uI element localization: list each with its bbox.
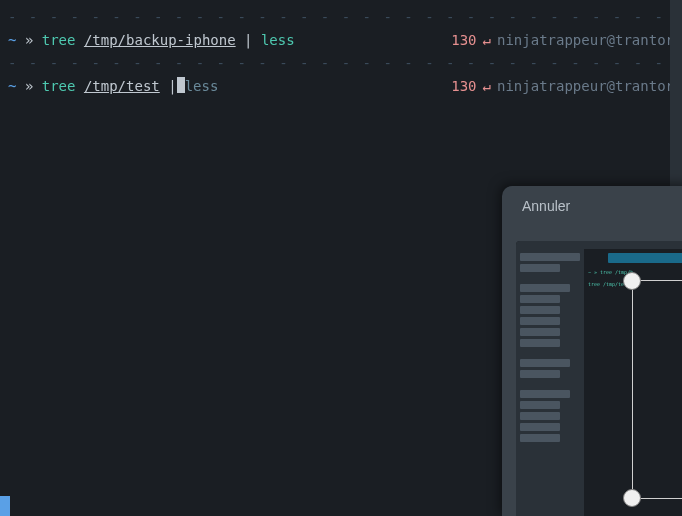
cursor [177, 77, 185, 93]
user-host: ninjatrappeur@trantor [497, 26, 674, 54]
command-tree: tree [42, 72, 76, 100]
mini-item [520, 390, 570, 398]
mini-item [520, 306, 560, 314]
mini-item [520, 350, 580, 356]
mini-item [520, 359, 570, 367]
mini-item [520, 434, 560, 442]
screenshot-crop-popup[interactable]: Annuler [502, 186, 682, 516]
mini-item [520, 253, 580, 261]
path-arg: /tmp/backup-iphone [84, 26, 236, 54]
pipe-symbol: | [168, 72, 176, 100]
current-line[interactable]: ~ » tree /tmp/test | less 130 ↵ ninjatra… [8, 72, 674, 100]
user-host: ninjatrappeur@trantor [497, 72, 674, 100]
mini-item [520, 370, 560, 378]
mini-content: ~ » tree /tmp/b tree /tmp/te [516, 249, 682, 516]
screenshot-preview[interactable]: ~ » tree /tmp/b tree /tmp/te [516, 241, 682, 516]
return-icon: ↵ [483, 72, 491, 100]
mini-item [520, 423, 560, 431]
crop-handle-top[interactable] [623, 272, 641, 290]
prompt-tilde: ~ [8, 26, 16, 54]
mini-item [520, 264, 560, 272]
separator-line: - - - - - - - - - - - - - - - - - - - - … [8, 54, 674, 72]
mini-highlight [608, 253, 682, 263]
crop-guide [636, 498, 682, 499]
separator-line: - - - - - - - - - - - - - - - - - - - - … [8, 8, 674, 26]
status-segment [0, 496, 10, 516]
mini-item [520, 401, 560, 409]
line-right: 130 ↵ ninjatrappeur@trantor [451, 26, 674, 54]
command-less-suggestion: less [185, 72, 219, 100]
prompt-arrow: » [25, 72, 33, 100]
mini-item [520, 328, 560, 336]
crop-guide [632, 286, 633, 496]
popup-header: Annuler [502, 186, 682, 226]
crop-guide [636, 280, 682, 281]
command-tree: tree [42, 26, 76, 54]
mini-sidebar [516, 249, 584, 516]
exit-code: 130 [451, 72, 476, 100]
prompt-arrow: » [25, 26, 33, 54]
cancel-button[interactable]: Annuler [522, 198, 570, 214]
exit-code: 130 [451, 26, 476, 54]
mini-item [520, 412, 560, 420]
mini-titlebar [516, 241, 682, 249]
prompt-tilde: ~ [8, 72, 16, 100]
line-right: 130 ↵ ninjatrappeur@trantor [451, 72, 674, 100]
mini-item [520, 284, 570, 292]
mini-item [520, 339, 560, 347]
mini-item [520, 381, 580, 387]
command-less: less [261, 26, 295, 54]
return-icon: ↵ [483, 26, 491, 54]
history-line-1: ~ » tree /tmp/backup-iphone | less 130 ↵… [8, 26, 674, 54]
mini-item [520, 317, 560, 325]
path-arg: /tmp/test [84, 72, 160, 100]
crop-handle-bottom[interactable] [623, 489, 641, 507]
pipe-symbol: | [244, 26, 252, 54]
mini-item [520, 275, 580, 281]
mini-item [520, 295, 560, 303]
